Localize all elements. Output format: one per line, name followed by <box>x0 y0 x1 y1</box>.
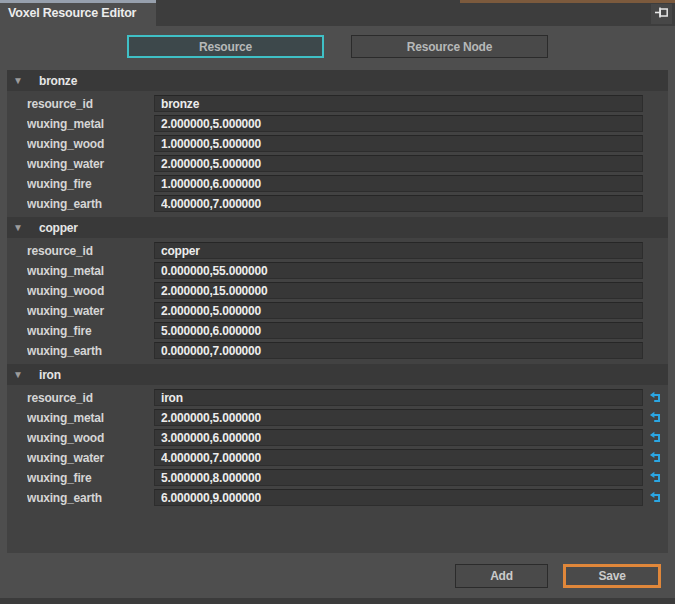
field-row: wuxing_metal <box>7 262 668 279</box>
field-input-copper-wuxing_metal[interactable] <box>154 262 643 279</box>
tab-resource-node[interactable]: Resource Node <box>351 35 548 58</box>
field-input-bronze-wuxing_water[interactable] <box>154 155 643 172</box>
collapse-triangle-icon: ▼ <box>13 223 27 233</box>
save-button[interactable]: Save <box>563 564 661 588</box>
top-edge-sliver-right <box>460 0 675 3</box>
field-row: wuxing_water <box>7 302 668 319</box>
field-label: wuxing_earth <box>27 344 154 358</box>
field-row: wuxing_earth <box>7 195 668 212</box>
field-input-bronze-resource_id[interactable] <box>154 95 643 112</box>
field-row: wuxing_water <box>7 155 668 172</box>
field-row: resource_id <box>7 242 668 259</box>
field-row: wuxing_water <box>7 449 668 466</box>
field-row: wuxing_wood <box>7 282 668 299</box>
revert-icon[interactable] <box>643 431 667 444</box>
section-title: copper <box>39 221 78 235</box>
field-row: wuxing_metal <box>7 115 668 132</box>
section-body-iron: resource_idwuxing_metalwuxing_woodwuxing… <box>7 389 668 506</box>
field-input-iron-resource_id[interactable] <box>154 389 643 406</box>
field-label: wuxing_earth <box>27 197 154 211</box>
field-label: wuxing_metal <box>27 411 154 425</box>
collapse-triangle-icon: ▼ <box>13 370 27 380</box>
section-body-bronze: resource_idwuxing_metalwuxing_woodwuxing… <box>7 95 668 212</box>
field-row: wuxing_fire <box>7 175 668 192</box>
field-input-copper-resource_id[interactable] <box>154 242 643 259</box>
section-title: bronze <box>39 74 77 88</box>
field-input-bronze-wuxing_earth[interactable] <box>154 195 643 212</box>
field-row: wuxing_wood <box>7 429 668 446</box>
field-row: wuxing_wood <box>7 135 668 152</box>
window-bottom-strip <box>0 598 675 604</box>
field-input-bronze-wuxing_fire[interactable] <box>154 175 643 192</box>
field-label: resource_id <box>27 244 154 258</box>
field-input-iron-wuxing_earth[interactable] <box>154 489 643 506</box>
field-input-bronze-wuxing_wood[interactable] <box>154 135 643 152</box>
section-header-copper[interactable]: ▼copper <box>7 217 668 238</box>
field-label: wuxing_wood <box>27 431 154 445</box>
field-label: wuxing_wood <box>27 137 154 151</box>
revert-icon[interactable] <box>643 491 667 504</box>
section-header-bronze[interactable]: ▼bronze <box>7 70 668 91</box>
tab-resource[interactable]: Resource <box>127 35 324 58</box>
field-row: wuxing_metal <box>7 409 668 426</box>
field-label: wuxing_fire <box>27 177 154 191</box>
add-button-label: Add <box>490 569 513 583</box>
field-row: wuxing_fire <box>7 469 668 486</box>
field-row: resource_id <box>7 95 668 112</box>
field-label: wuxing_metal <box>27 117 154 131</box>
revert-icon[interactable] <box>643 411 667 424</box>
section-body-copper: resource_idwuxing_metalwuxing_woodwuxing… <box>7 242 668 359</box>
field-row: resource_id <box>7 389 668 406</box>
resource-list: ▼bronzeresource_idwuxing_metalwuxing_woo… <box>7 70 668 553</box>
field-input-iron-wuxing_wood[interactable] <box>154 429 643 446</box>
field-label: resource_id <box>27 391 154 405</box>
revert-icon[interactable] <box>643 451 667 464</box>
field-label: wuxing_fire <box>27 324 154 338</box>
section-title: iron <box>39 368 61 382</box>
top-edge-sliver-left <box>0 0 156 3</box>
field-label: wuxing_water <box>27 304 154 318</box>
section-header-iron[interactable]: ▼iron <box>7 364 668 385</box>
tab-resource-label: Resource <box>199 40 252 54</box>
field-input-copper-wuxing_fire[interactable] <box>154 322 643 339</box>
field-label: wuxing_wood <box>27 284 154 298</box>
field-row: wuxing_earth <box>7 342 668 359</box>
field-label: wuxing_water <box>27 157 154 171</box>
field-label: wuxing_fire <box>27 471 154 485</box>
voxel-resource-editor-window: Voxel Resource Editor Resource Resource … <box>0 0 675 604</box>
field-row: wuxing_earth <box>7 489 668 506</box>
pin-icon <box>654 5 669 24</box>
field-input-iron-wuxing_metal[interactable] <box>154 409 643 426</box>
field-input-copper-wuxing_wood[interactable] <box>154 282 643 299</box>
collapse-triangle-icon: ▼ <box>13 76 27 86</box>
window-title-tab[interactable]: Voxel Resource Editor <box>0 0 156 26</box>
field-input-copper-wuxing_water[interactable] <box>154 302 643 319</box>
field-label: wuxing_earth <box>27 491 154 505</box>
save-button-label: Save <box>598 569 625 583</box>
pin-button[interactable] <box>651 4 672 24</box>
field-label: resource_id <box>27 97 154 111</box>
field-input-bronze-wuxing_metal[interactable] <box>154 115 643 132</box>
add-button[interactable]: Add <box>455 564 548 588</box>
field-label: wuxing_water <box>27 451 154 465</box>
field-input-iron-wuxing_water[interactable] <box>154 449 643 466</box>
revert-icon[interactable] <box>643 391 667 404</box>
field-input-iron-wuxing_fire[interactable] <box>154 469 643 486</box>
revert-icon[interactable] <box>643 471 667 484</box>
field-input-copper-wuxing_earth[interactable] <box>154 342 643 359</box>
window-title: Voxel Resource Editor <box>8 6 136 20</box>
field-label: wuxing_metal <box>27 264 154 278</box>
field-row: wuxing_fire <box>7 322 668 339</box>
tab-resource-node-label: Resource Node <box>407 40 492 54</box>
